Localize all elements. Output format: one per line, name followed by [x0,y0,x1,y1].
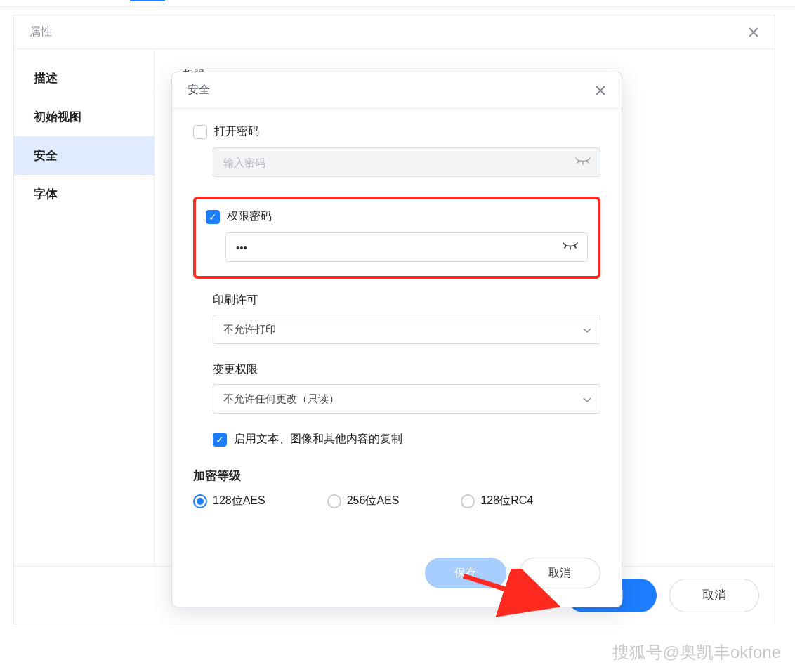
change-permission-select[interactable]: 不允许任何更改（只读） [213,384,600,414]
dialog-cancel-button[interactable]: 取消 [519,558,600,588]
open-password-field-wrap [213,147,600,177]
open-password-input[interactable] [213,147,600,177]
chevron-down-icon [583,324,591,336]
enable-copy-checkbox[interactable]: ✓ [213,433,227,447]
perm-password-label: 权限密码 [227,209,272,224]
open-password-label: 打开密码 [214,124,259,139]
encryption-option-128aes[interactable]: 128位AES [193,494,265,508]
encryption-option-128rc4[interactable]: 128位RC4 [461,494,533,508]
enable-copy-row: ✓ 启用文本、图像和其他内容的复制 [213,432,600,447]
dialog-title: 安全 [188,83,210,98]
eye-closed-icon[interactable] [575,157,591,167]
properties-title: 属性 [29,25,52,39]
open-password-row: 打开密码 [193,124,600,139]
radio-icon [193,494,207,508]
dialog-header: 安全 [172,72,622,109]
encryption-radio-group: 128位AES 256位AES 128位RC4 [193,494,600,508]
change-permission-label: 变更权限 [213,362,600,377]
permission-password-highlight: ✓ 权限密码 [193,197,600,279]
print-permission-select[interactable]: 不允许打印 [213,315,600,344]
sidebar-item-initial-view[interactable]: 初始视图 [14,98,154,136]
print-permission-label: 印刷许可 [213,293,600,308]
dialog-footer: 保存 取消 [172,558,622,607]
top-tabs-bar [0,0,795,7]
sidebar-item-security[interactable]: 安全 [14,136,154,175]
active-tab-indicator [130,0,165,1]
enable-copy-label: 启用文本、图像和其他内容的复制 [234,432,402,447]
dialog-close-icon[interactable] [592,82,609,99]
encryption-option-256aes[interactable]: 256位AES [327,494,400,508]
radio-icon [461,494,475,508]
print-permission-value: 不允许打印 [223,323,276,336]
perm-password-checkbox[interactable]: ✓ [206,210,220,224]
perm-password-field-wrap [225,232,588,262]
watermark-text: 搜狐号@奥凯丰okfone [612,641,781,664]
sidebar-item-description[interactable]: 描述 [14,59,154,98]
open-password-checkbox[interactable] [193,125,207,139]
perm-password-row: ✓ 权限密码 [206,209,588,224]
properties-header: 属性 [14,15,775,49]
save-button[interactable]: 保存 [425,558,506,588]
properties-sidebar: 描述 初始视图 安全 字体 [14,49,155,566]
perm-password-input[interactable] [225,232,588,262]
cancel-button[interactable]: 取消 [669,579,759,612]
chevron-down-icon [583,393,591,405]
close-icon[interactable] [745,24,762,41]
eye-closed-icon[interactable] [563,242,578,252]
change-permission-value: 不允许任何更改（只读） [223,393,339,406]
dialog-body: 打开密码 ✓ 权限密码 印刷许可 不允许打印 [172,109,622,558]
encryption-title: 加密等级 [193,468,600,484]
security-dialog: 安全 打开密码 ✓ 权限密码 [171,72,622,607]
sidebar-item-fonts[interactable]: 字体 [14,175,154,213]
radio-icon [327,494,341,508]
